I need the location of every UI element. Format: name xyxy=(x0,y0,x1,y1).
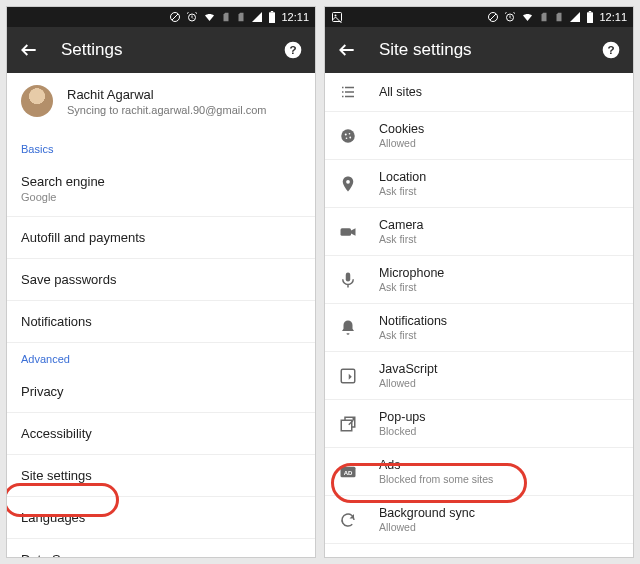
wifi-icon xyxy=(521,11,534,23)
svg-line-10 xyxy=(490,14,496,20)
svg-point-25 xyxy=(346,137,348,139)
phone-right: 12:11 Site settings ? All sites CookiesA… xyxy=(324,6,634,558)
row-media[interactable]: Media xyxy=(325,544,633,557)
svg-text:?: ? xyxy=(289,43,296,56)
appbar-title: Site settings xyxy=(379,40,601,60)
row-sublabel: Google xyxy=(21,191,301,203)
svg-rect-4 xyxy=(271,11,273,12)
cell-icon xyxy=(569,11,581,23)
help-icon[interactable]: ? xyxy=(601,40,621,60)
row-label: Notifications xyxy=(379,314,619,328)
row-site-settings[interactable]: Site settings xyxy=(7,455,315,497)
popup-icon xyxy=(339,415,369,433)
svg-rect-30 xyxy=(341,369,355,383)
row-label: Media xyxy=(379,556,619,557)
svg-point-22 xyxy=(341,129,355,143)
profile-row[interactable]: Rachit Agarwal Syncing to rachit.agarwal… xyxy=(7,73,315,133)
row-label: Microphone xyxy=(379,266,619,280)
battery-icon xyxy=(268,11,276,23)
media-icon xyxy=(339,554,369,557)
profile-name: Rachit Agarwal xyxy=(67,87,266,102)
help-icon[interactable]: ? xyxy=(283,40,303,60)
svg-line-1 xyxy=(172,14,178,20)
row-label: Cookies xyxy=(379,122,619,136)
row-label: Pop-ups xyxy=(379,410,619,424)
list-icon xyxy=(339,83,369,101)
dnd-icon xyxy=(169,11,181,23)
row-popups[interactable]: Pop-upsBlocked xyxy=(325,400,633,448)
site-settings-content: All sites CookiesAllowed LocationAsk fir… xyxy=(325,73,633,557)
js-icon xyxy=(339,367,369,385)
row-save-passwords[interactable]: Save passwords xyxy=(7,259,315,301)
svg-rect-31 xyxy=(341,420,352,431)
row-label: Camera xyxy=(379,218,619,232)
row-label: Save passwords xyxy=(21,272,301,287)
svg-rect-3 xyxy=(269,12,275,23)
back-icon[interactable] xyxy=(337,40,357,60)
row-label: Location xyxy=(379,170,619,184)
sync-icon xyxy=(339,511,369,529)
row-cookies[interactable]: CookiesAllowed xyxy=(325,112,633,160)
row-all-sites[interactable]: All sites xyxy=(325,73,633,112)
svg-rect-29 xyxy=(346,272,351,281)
svg-point-23 xyxy=(345,133,347,135)
row-camera[interactable]: CameraAsk first xyxy=(325,208,633,256)
row-sublabel: Ask first xyxy=(379,281,619,293)
alarm-icon xyxy=(504,11,516,23)
section-basics-label: Basics xyxy=(7,133,315,161)
row-accessibility[interactable]: Accessibility xyxy=(7,413,315,455)
row-privacy[interactable]: Privacy xyxy=(7,371,315,413)
svg-rect-17 xyxy=(345,87,354,89)
svg-rect-28 xyxy=(341,228,352,236)
nosim2-icon xyxy=(554,11,564,23)
svg-rect-12 xyxy=(587,12,593,23)
profile-avatar xyxy=(21,85,53,117)
ads-icon: AD xyxy=(339,463,369,481)
row-javascript[interactable]: JavaScriptAllowed xyxy=(325,352,633,400)
settings-content: Rachit Agarwal Syncing to rachit.agarwal… xyxy=(7,73,315,557)
battery-icon xyxy=(586,11,594,23)
section-advanced-label: Advanced xyxy=(7,343,315,371)
svg-rect-18 xyxy=(342,91,344,93)
svg-text:AD: AD xyxy=(344,470,353,476)
app-bar: Settings ? xyxy=(7,27,315,73)
row-label: All sites xyxy=(379,85,619,99)
svg-rect-20 xyxy=(342,96,344,98)
row-data-saver[interactable]: Data Saver 1% data savings xyxy=(7,539,315,557)
svg-text:?: ? xyxy=(607,43,614,56)
back-icon[interactable] xyxy=(19,40,39,60)
status-bar: 12:11 xyxy=(325,7,633,27)
row-background-sync[interactable]: Background syncAllowed xyxy=(325,496,633,544)
row-label: Privacy xyxy=(21,384,301,399)
row-search-engine[interactable]: Search engine Google xyxy=(7,161,315,217)
row-location[interactable]: LocationAsk first xyxy=(325,160,633,208)
row-label: JavaScript xyxy=(379,362,619,376)
row-notifications[interactable]: Notifications xyxy=(7,301,315,343)
row-languages[interactable]: Languages xyxy=(7,497,315,539)
svg-rect-19 xyxy=(345,91,354,93)
svg-rect-13 xyxy=(589,11,591,12)
svg-rect-16 xyxy=(342,87,344,89)
wifi-icon xyxy=(203,11,216,23)
row-microphone[interactable]: MicrophoneAsk first xyxy=(325,256,633,304)
cell-icon xyxy=(251,11,263,23)
status-time: 12:11 xyxy=(599,11,627,23)
row-ads[interactable]: AD AdsBlocked from some sites xyxy=(325,448,633,496)
row-label: Autofill and payments xyxy=(21,230,301,245)
svg-rect-21 xyxy=(345,96,354,98)
cookie-icon xyxy=(339,127,369,145)
status-time: 12:11 xyxy=(281,11,309,23)
row-sublabel: Ask first xyxy=(379,329,619,341)
svg-point-27 xyxy=(346,179,350,183)
row-notifications[interactable]: NotificationsAsk first xyxy=(325,304,633,352)
row-sublabel: Ask first xyxy=(379,185,619,197)
row-sublabel: Allowed xyxy=(379,521,619,533)
row-label: Ads xyxy=(379,458,619,472)
row-label: Search engine xyxy=(21,174,301,189)
svg-point-26 xyxy=(349,136,351,138)
profile-sync: Syncing to rachit.agarwal.90@gmail.com xyxy=(67,104,266,116)
row-label: Notifications xyxy=(21,314,301,329)
row-autofill[interactable]: Autofill and payments xyxy=(7,217,315,259)
nosim-icon xyxy=(221,11,231,23)
nosim2-icon xyxy=(236,11,246,23)
